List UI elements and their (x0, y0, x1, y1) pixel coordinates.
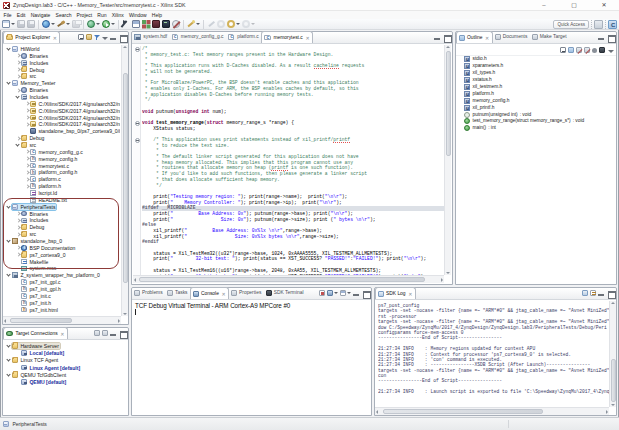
project-tree-vscrollbar[interactable] (121, 45, 128, 316)
project-tree-row[interactable]: ps7_cortexa9_0 (4, 251, 120, 258)
sdk-log-output[interactable]: ps7_post_configtargets -set -nocase -fil… (375, 301, 616, 395)
maximize-view-icon[interactable] (607, 290, 614, 297)
dropdown-icon[interactable] (66, 23, 70, 25)
sdk-log-hscrollbar[interactable] (375, 407, 609, 415)
launch-config-button[interactable] (41, 19, 56, 29)
link-with-editor-icon[interactable] (86, 34, 92, 40)
close-tab-icon[interactable]: ✕ (221, 291, 225, 297)
export-log-icon[interactable] (582, 290, 588, 296)
project-tree-row[interactable]: README.txt (4, 196, 120, 203)
project-tree-row[interactable]: src (4, 73, 120, 80)
tab-properties[interactable]: Properties (229, 287, 264, 299)
project-tree-row[interactable]: ps7_init.c (4, 292, 120, 299)
outline-item[interactable]: xil_testmem.h (456, 84, 616, 91)
editor-tab-system-hdf[interactable]: system.hdf (132, 31, 169, 43)
target-connection-row[interactable]: Local [default] (4, 349, 127, 356)
quick-access-button[interactable]: Quick Access (553, 20, 589, 29)
project-tree-row[interactable]: Binaries (4, 210, 120, 217)
editor-tab-platform-c[interactable]: platform.c (226, 31, 261, 43)
project-tree-row[interactable]: memory_config_g.c (4, 148, 120, 155)
external-tools-button[interactable] (186, 19, 201, 29)
filter-icon[interactable] (94, 34, 100, 40)
fold-marker-icon[interactable] (135, 121, 140, 126)
maximize-view-icon[interactable] (443, 34, 450, 41)
code-editor[interactable]: /* * memory_test.c: Test memory ranges p… (142, 46, 444, 275)
tab-outline[interactable]: Outline✕ (456, 31, 493, 43)
scrollbar-thumb[interactable] (139, 277, 425, 282)
project-tree-row[interactable]: Memory_Tester (4, 80, 120, 87)
outline-item[interactable]: platform.h (456, 90, 616, 97)
dropdown-icon[interactable] (347, 292, 351, 294)
scrollbar-thumb[interactable] (611, 359, 616, 401)
fold-marker-icon[interactable] (135, 138, 140, 143)
outline-item[interactable]: test_memory_range(struct memory_range_s*… (456, 118, 616, 125)
collapse-all-icon[interactable] (560, 47, 566, 53)
view-menu-icon[interactable] (102, 34, 108, 40)
editor-tab-memory_config_g-c[interactable]: memory_config_g.c (169, 31, 225, 43)
dropdown-icon[interactable] (236, 23, 240, 25)
new-target-connection-icon[interactable] (94, 330, 100, 336)
project-tree-row[interactable]: Binaries (4, 52, 120, 59)
sort-icon[interactable] (568, 47, 574, 53)
open-perspective-icon[interactable] (594, 20, 603, 29)
outline-item[interactable]: xil_types.h (456, 70, 616, 77)
project-tree-row[interactable]: system.mss (4, 265, 120, 272)
new-window-button[interactable] (131, 19, 141, 29)
project-tree-row[interactable]: memorytest.c (4, 162, 120, 169)
program-fpga-button[interactable] (141, 19, 151, 29)
project-tree-row[interactable]: lscript.ld (4, 190, 120, 197)
launch-shell-button[interactable] (161, 19, 171, 29)
refresh-connections-icon[interactable] (102, 330, 108, 336)
project-tree-row[interactable]: Includes (4, 94, 120, 101)
tab-documents[interactable]: Documents (493, 31, 530, 43)
minimize-view-icon[interactable] (598, 290, 605, 297)
project-tree-row[interactable]: Includes (4, 59, 120, 66)
scrollbar-thumb[interactable] (10, 318, 72, 323)
outline-item[interactable]: xparameters.h (456, 63, 616, 70)
sdk-log-vscrollbar[interactable] (609, 301, 616, 407)
minimize-view-icon[interactable] (434, 34, 441, 41)
debug-button[interactable] (86, 19, 101, 29)
tab-sdk-log[interactable]: SDK Log ✕ (375, 287, 416, 299)
project-tree-row[interactable]: platform_config.h (4, 169, 120, 176)
select-target-button[interactable] (121, 19, 131, 29)
project-tree-row[interactable]: HilWorld (4, 46, 120, 53)
maximize-view-icon[interactable] (119, 330, 126, 337)
outline-item[interactable]: memory_config.h (456, 97, 616, 104)
disconnect-button[interactable] (171, 19, 181, 29)
tab-console[interactable]: Console✕ (190, 287, 229, 299)
dropdown-icon[interactable] (51, 23, 55, 25)
hide-non-public-icon[interactable] (592, 48, 597, 53)
project-tree-row[interactable]: C:/Xilinx/SDK/2017.4/gnu/aarch32/nt/gcc-… (4, 100, 120, 107)
editor-tab-memorytest-c[interactable]: memorytest.c✕ (261, 31, 313, 43)
project-tree-row[interactable]: Debug (4, 66, 120, 73)
project-tree-row[interactable]: ps7_init_gpl.c (4, 279, 120, 286)
hide-static-members-icon[interactable] (584, 47, 590, 53)
dropdown-icon[interactable] (11, 23, 15, 25)
hide-fields-icon[interactable] (576, 47, 582, 53)
link-with-editor-icon[interactable] (599, 47, 605, 53)
program-flash-button[interactable] (151, 19, 161, 29)
project-tree-row[interactable]: ps7_init_gpl.h (4, 286, 120, 293)
project-tree-row[interactable]: Debug (4, 135, 120, 142)
minimize-view-icon[interactable] (110, 330, 117, 337)
project-tree-row[interactable]: memory_config.h (4, 155, 120, 162)
scrollbar-thumb[interactable] (446, 51, 451, 156)
target-connection-row[interactable]: Linux TCF Agent (4, 357, 127, 364)
project-tree-row[interactable]: Binaries (4, 87, 120, 94)
project-tree-row[interactable]: Z_system_wrapper_hw_platform_0 (4, 272, 120, 279)
close-tab-icon[interactable]: ✕ (485, 35, 489, 41)
maximize-view-icon[interactable] (119, 34, 126, 41)
scrollbar-thumb[interactable] (383, 409, 543, 414)
console-output[interactable]: TCF Debug Virtual Terminal - ARM Cortex-… (132, 301, 371, 309)
scrollbar-thumb[interactable] (123, 73, 128, 283)
new-wizard-button[interactable] (1, 19, 16, 29)
open-console-icon[interactable] (340, 290, 346, 296)
minimize-view-icon[interactable] (353, 290, 360, 297)
pin-console-icon[interactable] (319, 290, 325, 296)
close-tab-icon[interactable]: ✕ (305, 35, 309, 41)
project-tree-row[interactable]: standalone_bsp_0/ps7_cortexa9_0/include (4, 128, 120, 135)
project-tree-row[interactable]: Includes (4, 217, 120, 224)
tab-problems[interactable]: Problems (132, 287, 165, 299)
project-tree-row[interactable]: BSP Documentation (4, 244, 120, 251)
